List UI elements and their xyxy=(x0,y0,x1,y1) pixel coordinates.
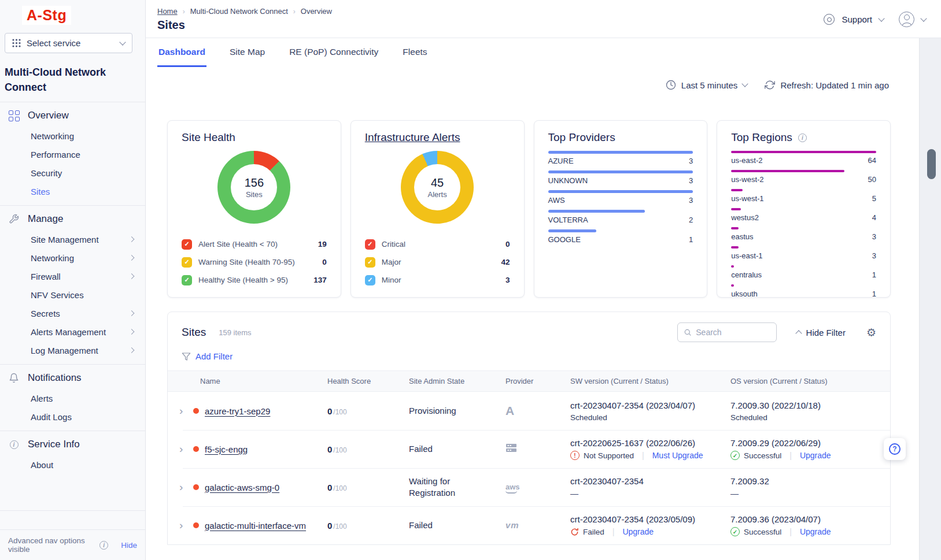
alerts-total: 45 xyxy=(431,176,444,190)
sidebar-item-firewall[interactable]: Firewall xyxy=(0,267,145,285)
provider-bar-row: AWS3 xyxy=(548,190,693,205)
sidebar-item-log-management[interactable]: Log Management xyxy=(0,341,145,359)
time-range-dropdown[interactable]: Last 5 minutes xyxy=(666,80,748,90)
main-content: Home › Multi-Cloud Network Connect › Ove… xyxy=(146,0,941,560)
sidebar-item-networking-manage[interactable]: Networking xyxy=(0,249,145,267)
add-filter-button[interactable]: Add Filter xyxy=(195,351,233,361)
help-button[interactable]: ? xyxy=(884,438,906,460)
support-menu[interactable]: Support xyxy=(842,14,872,24)
success-check-icon: ✓ xyxy=(730,527,740,536)
sidebar-item-about[interactable]: About xyxy=(0,455,145,474)
select-service-dropdown[interactable]: Select service xyxy=(5,33,132,53)
site-health-card: Site Health 156 Sites ✓ Alert Site (Heal… xyxy=(167,120,341,298)
tab-re-pop-connectivity[interactable]: RE (PoP) Connectivity xyxy=(288,38,379,67)
region-bar-row: eastus3 xyxy=(731,227,876,241)
bell-icon xyxy=(8,372,20,384)
expand-row-icon[interactable]: › xyxy=(179,443,187,455)
upgrade-link[interactable]: Upgrade xyxy=(800,451,831,460)
site-name-link[interactable]: galactic-multi-interface-vm xyxy=(205,521,306,531)
sidebar-item-audit-logs[interactable]: Audit Logs xyxy=(0,407,145,426)
breadcrumb-level1[interactable]: Multi-Cloud Network Connect xyxy=(190,7,288,16)
breadcrumb-level2[interactable]: Overview xyxy=(301,7,332,16)
legend-item: ✓ Warning Site (Health 70-95) 0 xyxy=(182,253,327,271)
must-upgrade-link[interactable]: Must Upgrade xyxy=(652,451,703,460)
tab-dashboard[interactable]: Dashboard xyxy=(157,38,206,67)
table-header: Name Health Score Site Admin State Provi… xyxy=(168,370,890,392)
upgrade-link[interactable]: Upgrade xyxy=(622,527,654,536)
expand-row-icon[interactable]: › xyxy=(179,405,187,417)
sidebar-section-notifications[interactable]: Notifications xyxy=(0,365,145,389)
sidebar-item-networking[interactable]: Networking xyxy=(0,127,145,145)
page-scrollbar-thumb[interactable] xyxy=(927,149,936,179)
region-bar-row: us-west-250 xyxy=(731,170,876,184)
breadcrumb-separator: › xyxy=(293,8,296,16)
legend-checkbox-checked[interactable]: ✓ xyxy=(182,257,192,268)
infrastructure-alerts-donut-chart: 45 Alerts xyxy=(401,151,474,224)
sidebar-section-overview[interactable]: Overview xyxy=(0,102,145,127)
upgrade-link[interactable]: Upgrade xyxy=(800,527,831,536)
top-providers-card: Top Providers AZURE3 UNKNOWN3 AWS3 VOLTE… xyxy=(534,120,708,298)
gear-icon[interactable]: ⚙ xyxy=(866,327,876,338)
sidebar-item-performance[interactable]: Performance xyxy=(0,145,145,164)
legend-checkbox-checked[interactable]: ✓ xyxy=(182,275,192,285)
legend-checkbox-checked[interactable]: ✓ xyxy=(182,239,192,250)
advanced-nav-text: Advanced nav options visible xyxy=(8,536,95,554)
apps-grid-icon xyxy=(12,39,21,47)
not-supported-warning-icon: ! xyxy=(570,451,580,460)
site-status-dot xyxy=(193,446,199,452)
infrastructure-alerts-link[interactable]: Infrastructure Alerts xyxy=(365,131,510,144)
expand-row-icon[interactable]: › xyxy=(179,519,187,532)
sidebar-item-security[interactable]: Security xyxy=(0,164,145,182)
sites-table-panel: Sites 159 items Hide Filter ⚙ Add Filter… xyxy=(167,311,891,545)
user-avatar[interactable] xyxy=(899,12,914,27)
refresh-icon xyxy=(765,80,775,90)
tab-site-map[interactable]: Site Map xyxy=(228,38,266,67)
top-regions-card: Top Regions i us-east-264 us-west-250 us… xyxy=(717,120,891,298)
sidebar-item-site-management[interactable]: Site Management xyxy=(0,230,145,249)
legend-checkbox-checked[interactable]: ✓ xyxy=(365,275,375,285)
upgrade-failed-icon xyxy=(570,528,579,536)
search-box[interactable] xyxy=(677,322,777,342)
breadcrumb-home[interactable]: Home xyxy=(157,7,178,16)
sidebar-item-nfv-services[interactable]: NFV Services xyxy=(0,285,145,304)
sidebar-item-alerts-management[interactable]: Alerts Management xyxy=(0,322,145,341)
provider-bar-row: AZURE3 xyxy=(548,151,693,165)
legend-checkbox-checked[interactable]: ✓ xyxy=(365,239,375,250)
region-bar-row: us-west-15 xyxy=(731,189,876,203)
provider-bar-row: UNKNOWN3 xyxy=(548,170,693,185)
table-row: › galactic-multi-interface-vm 0/100 Fail… xyxy=(168,506,890,544)
site-name-link[interactable]: azure-try1-sep29 xyxy=(205,406,270,416)
legend-item: ✓ Alert Site (Health < 70) 19 xyxy=(182,235,327,253)
site-name-link[interactable]: galactic-aws-smg-0 xyxy=(205,483,279,492)
info-icon[interactable]: i xyxy=(798,133,807,142)
overview-grid-icon xyxy=(8,110,20,121)
sidebar-section-manage[interactable]: Manage xyxy=(0,206,145,230)
refresh-button[interactable]: Refresh: Updated 1 min ago xyxy=(765,80,889,90)
expand-row-icon[interactable]: › xyxy=(179,481,187,494)
tab-fleets[interactable]: Fleets xyxy=(401,38,428,67)
legend-checkbox-checked[interactable]: ✓ xyxy=(365,257,375,268)
question-mark-icon: ? xyxy=(889,443,901,455)
brand-logo[interactable]: A-Stg xyxy=(22,6,71,25)
table-row: › azure-try1-sep29 0/100 Provisioning A … xyxy=(168,392,890,430)
hide-advanced-nav-link[interactable]: Hide xyxy=(121,541,137,550)
sidebar-section-service-info[interactable]: i Service Info xyxy=(0,431,145,455)
azure-provider-icon: A xyxy=(505,404,514,417)
hide-filter-button[interactable]: Hide Filter xyxy=(796,328,846,338)
chevron-up-icon xyxy=(795,330,802,336)
breadcrumb: Home › Multi-Cloud Network Connect › Ove… xyxy=(157,7,927,16)
search-input[interactable] xyxy=(696,328,770,337)
legend-item: ✓ Critical 0 xyxy=(365,235,510,253)
provider-bar-row: GOOGLE1 xyxy=(548,229,693,244)
sidebar-item-alerts[interactable]: Alerts xyxy=(0,389,145,407)
chevron-down-icon[interactable] xyxy=(920,15,927,21)
search-icon xyxy=(684,328,692,337)
section-label: Overview xyxy=(28,110,69,121)
page-scrollbar-track[interactable] xyxy=(919,38,941,560)
chevron-down-icon[interactable] xyxy=(878,15,884,21)
site-status-dot xyxy=(193,408,199,414)
sidebar-item-sites[interactable]: Sites xyxy=(0,182,145,201)
site-status-dot xyxy=(193,522,199,528)
site-name-link[interactable]: f5-sjc-engg xyxy=(205,444,248,454)
sidebar-item-secrets[interactable]: Secrets xyxy=(0,304,145,322)
